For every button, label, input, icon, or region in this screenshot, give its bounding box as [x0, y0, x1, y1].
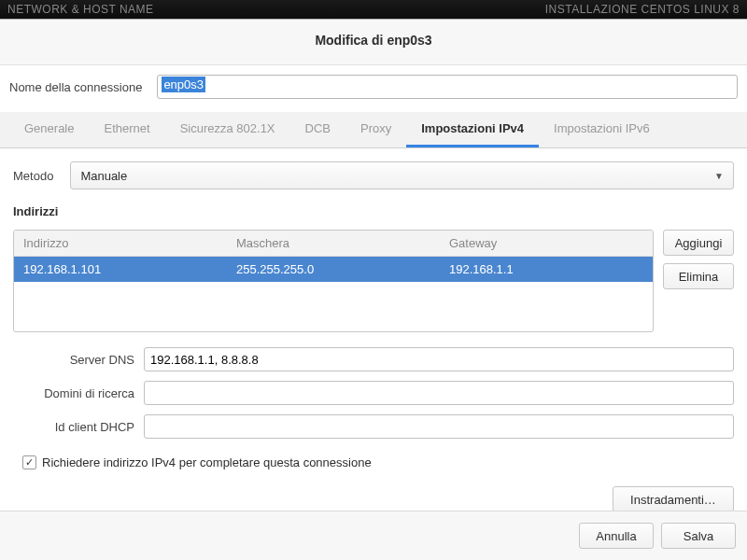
backdrop-left: NETWORK & HOST NAME	[7, 3, 154, 20]
tab-ethernet[interactable]: Ethernet	[89, 112, 164, 147]
dhcp-client-row: Id client DHCP	[13, 414, 734, 439]
search-domains-label: Domini di ricerca	[13, 386, 134, 400]
require-ipv4-row: ✓ Richiedere indirizzo IPv4 per completa…	[22, 455, 734, 469]
connection-name-row: Nome della connessione enp0s3	[0, 65, 747, 112]
tab-impostazioni-ipv4[interactable]: Impostazioni IPv4	[406, 112, 539, 147]
add-address-button[interactable]: Aggiungi	[663, 230, 734, 256]
routes-button[interactable]: Instradamenti…	[613, 486, 734, 511]
tab-impostazioni-ipv6[interactable]: Impostazioni IPv6	[539, 112, 665, 147]
require-ipv4-checkbox[interactable]: ✓	[22, 455, 36, 469]
dns-label: Server DNS	[13, 353, 134, 367]
require-ipv4-label: Richiedere indirizzo IPv4 per completare…	[42, 455, 372, 469]
dialog-button-bar: Annulla Salva	[0, 511, 747, 560]
tab-generale[interactable]: Generale	[9, 112, 89, 147]
backdrop-right: INSTALLAZIONE CENTOS LINUX 8	[545, 3, 740, 20]
address-cell: 192.168.1.101	[14, 257, 227, 282]
tab-sicurezza-8021x[interactable]: Sicurezza 802.1X	[165, 112, 290, 147]
dns-row: Server DNS	[13, 347, 734, 371]
ipv4-tab-body: Metodo Manuale ▼ Indirizzi Indirizzo Mas…	[0, 148, 747, 511]
settings-tabs: Generale Ethernet Sicurezza 802.1X DCB P…	[0, 112, 747, 148]
dns-input[interactable]	[144, 347, 734, 371]
search-domains-input[interactable]	[144, 381, 734, 405]
method-dropdown[interactable]: Manuale ▼	[70, 161, 734, 189]
cancel-button[interactable]: Annulla	[579, 523, 654, 549]
chevron-down-icon: ▼	[714, 171, 724, 181]
edit-connection-dialog: Modifica di enp0s3 Nome della connession…	[0, 19, 747, 560]
search-domains-row: Domini di ricerca	[13, 381, 734, 405]
routes-row: Instradamenti…	[13, 486, 734, 511]
addresses-heading: Indirizzi	[13, 204, 734, 218]
gateway-cell: 192.168.1.1	[440, 257, 653, 282]
save-button[interactable]: Salva	[661, 523, 736, 549]
col-address: Indirizzo	[14, 231, 227, 256]
col-netmask: Maschera	[227, 231, 440, 256]
method-label: Metodo	[13, 169, 53, 183]
tab-dcb[interactable]: DCB	[290, 112, 345, 147]
extra-fields: Server DNS Domini di ricerca Id client D…	[13, 347, 734, 439]
method-row: Metodo Manuale ▼	[13, 161, 734, 189]
addresses-header: Indirizzo Maschera Gateway	[14, 231, 653, 257]
col-gateway: Gateway	[440, 231, 653, 256]
netmask-cell: 255.255.255.0	[227, 257, 440, 282]
tab-proxy[interactable]: Proxy	[345, 112, 406, 147]
connection-name-label: Nome della connessione	[9, 80, 142, 94]
method-value: Manuale	[80, 169, 127, 183]
address-row[interactable]: 192.168.1.101 255.255.255.0 192.168.1.1	[14, 257, 653, 282]
connection-name-value: enp0s3	[162, 77, 205, 92]
addresses-table[interactable]: Indirizzo Maschera Gateway 192.168.1.101…	[13, 230, 654, 332]
connection-name-input[interactable]: enp0s3	[157, 75, 738, 99]
dialog-title: Modifica di enp0s3	[0, 20, 747, 65]
dhcp-client-input[interactable]	[144, 414, 734, 439]
addresses-area: Indirizzo Maschera Gateway 192.168.1.101…	[13, 230, 734, 332]
address-buttons: Aggiungi Elimina	[663, 230, 734, 332]
delete-address-button[interactable]: Elimina	[663, 263, 734, 289]
dhcp-client-label: Id client DHCP	[13, 420, 134, 434]
